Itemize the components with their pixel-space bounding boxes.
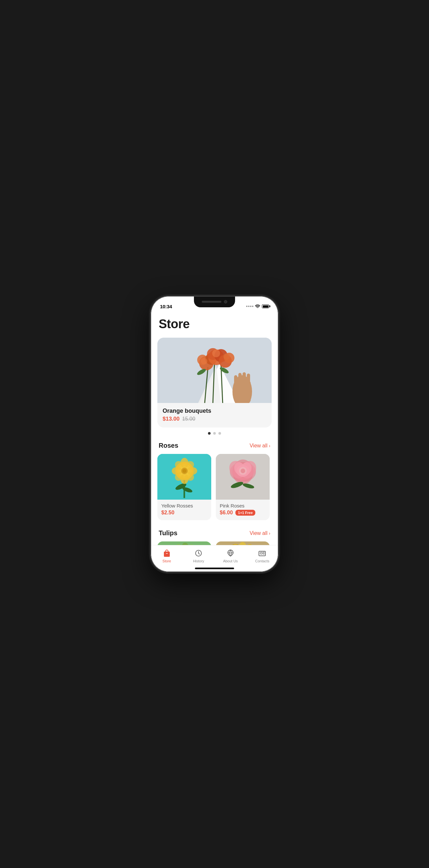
svg-rect-22 bbox=[238, 373, 242, 388]
green-tulips-card[interactable] bbox=[157, 541, 211, 545]
roses-view-all-label: View all bbox=[249, 443, 267, 449]
svg-point-15 bbox=[212, 349, 220, 357]
signal-icon bbox=[246, 306, 253, 307]
hero-card[interactable]: Orange bouquets $13.00 15.00 bbox=[157, 338, 272, 428]
tulips-products-row bbox=[151, 541, 278, 545]
content-area[interactable]: Store bbox=[151, 312, 278, 545]
hero-price-original: 15.00 bbox=[182, 416, 195, 422]
svg-rect-23 bbox=[243, 372, 246, 388]
roses-products-row: Yellow Rosses $2.50 bbox=[151, 454, 278, 520]
dot-1[interactable] bbox=[208, 432, 211, 435]
notch-speaker bbox=[202, 301, 221, 303]
nav-about-label: About Us bbox=[223, 559, 238, 563]
hero-image bbox=[157, 338, 272, 403]
status-icons bbox=[246, 304, 269, 309]
screen: 10:34 bbox=[151, 296, 278, 572]
dot-2[interactable] bbox=[213, 432, 216, 435]
svg-point-41 bbox=[183, 469, 186, 473]
svg-point-75 bbox=[260, 552, 262, 554]
nav-item-history[interactable]: History bbox=[183, 549, 215, 563]
pink-roses-price: $6.00 bbox=[220, 510, 233, 516]
pink-roses-card[interactable]: Pink Roses $6.00 1+1 Free bbox=[216, 454, 270, 520]
svg-point-16 bbox=[223, 353, 230, 360]
hero-price-current: $13.00 bbox=[162, 416, 180, 422]
yellow-roses-image bbox=[157, 454, 211, 500]
nav-item-store[interactable]: Store bbox=[151, 549, 183, 563]
yellow-roses-card[interactable]: Yellow Rosses $2.50 bbox=[157, 454, 211, 520]
yellow-roses-name: Yellow Rosses bbox=[161, 503, 207, 508]
nav-item-about[interactable]: About Us bbox=[214, 549, 246, 563]
tulips-title: Tulips bbox=[159, 529, 177, 537]
tulips-view-all-label: View all bbox=[249, 530, 267, 536]
roses-title: Roses bbox=[159, 442, 178, 450]
svg-rect-71 bbox=[164, 552, 170, 557]
nav-item-contacts[interactable]: Contacts bbox=[246, 549, 278, 563]
dot-3[interactable] bbox=[218, 432, 221, 435]
store-icon bbox=[162, 549, 172, 558]
notch-camera bbox=[224, 300, 227, 303]
svg-rect-72 bbox=[166, 553, 168, 554]
history-icon bbox=[194, 549, 203, 558]
roses-view-all[interactable]: View all › bbox=[249, 443, 270, 449]
roses-section-header: Roses View all › bbox=[151, 439, 278, 454]
status-time: 10:34 bbox=[160, 304, 172, 309]
pink-roses-name: Pink Roses bbox=[220, 503, 266, 508]
svg-rect-24 bbox=[247, 374, 250, 388]
battery-fill bbox=[263, 305, 268, 308]
pink-roses-badge: 1+1 Free bbox=[236, 510, 255, 516]
svg-point-14 bbox=[201, 358, 207, 365]
status-bar: 10:34 bbox=[151, 296, 278, 312]
battery-icon bbox=[262, 304, 269, 308]
tulips-chevron-icon: › bbox=[269, 531, 270, 536]
pink-roses-image bbox=[216, 454, 270, 500]
yellow-tulips-card[interactable] bbox=[216, 541, 270, 545]
notch bbox=[194, 296, 235, 307]
svg-point-52 bbox=[241, 469, 245, 473]
home-indicator bbox=[195, 567, 234, 569]
yellow-roses-info: Yellow Rosses $2.50 bbox=[157, 500, 211, 520]
pink-roses-info: Pink Roses $6.00 1+1 Free bbox=[216, 500, 270, 520]
about-icon bbox=[226, 549, 235, 558]
nav-contacts-label: Contacts bbox=[255, 559, 269, 563]
hero-title: Orange bouquets bbox=[162, 407, 267, 414]
roses-chevron-icon: › bbox=[269, 443, 270, 448]
page-title: Store bbox=[151, 312, 278, 338]
contacts-icon bbox=[257, 549, 267, 558]
svg-rect-21 bbox=[234, 375, 237, 388]
wifi-icon bbox=[255, 304, 260, 309]
nav-store-label: Store bbox=[162, 559, 171, 563]
tulips-view-all[interactable]: View all › bbox=[249, 530, 270, 536]
yellow-roses-price: $2.50 bbox=[161, 510, 174, 516]
tulips-section-header: Tulips View all › bbox=[151, 527, 278, 541]
pink-roses-price-row: $6.00 1+1 Free bbox=[220, 510, 266, 516]
nav-history-label: History bbox=[193, 559, 204, 563]
hero-info: Orange bouquets $13.00 15.00 bbox=[157, 403, 272, 428]
green-tulips-image bbox=[157, 541, 211, 545]
yellow-roses-price-row: $2.50 bbox=[161, 510, 207, 516]
carousel-dots bbox=[151, 428, 278, 439]
yellow-tulips-image bbox=[216, 541, 270, 545]
phone-frame: 10:34 bbox=[151, 296, 278, 572]
hero-price-row: $13.00 15.00 bbox=[162, 416, 267, 422]
